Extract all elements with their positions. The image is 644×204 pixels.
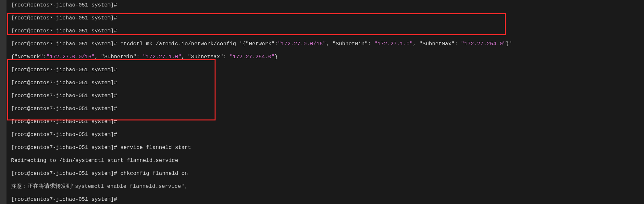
prompt-line: [root@centos7-jichao-051 system]#	[11, 15, 117, 21]
cmd-flanneld-start: service flanneld start	[117, 144, 191, 151]
etcdctl-response-line: {"Network":"172.27.0.0/16", "SubnetMin":…	[11, 54, 639, 60]
editor-gutter	[0, 0, 6, 204]
json-sep: ,	[413, 41, 419, 47]
json-sep: ,	[181, 54, 188, 60]
json-colon: :	[275, 41, 278, 47]
json-key: "SubnetMax"	[419, 41, 455, 47]
json-colon: :	[43, 54, 46, 60]
prompt-line: [root@centos7-jichao-051 system]#	[11, 80, 117, 86]
json-key: "Network"	[246, 41, 275, 47]
prompt-line: [root@centos7-jichao-051 system]#	[11, 119, 117, 125]
prompt-line: [root@centos7-jichao-051 system]#	[11, 93, 117, 99]
json-value: "172.27.0.0/16"	[46, 54, 95, 60]
json-value: "172.27.0.0/16"	[278, 41, 326, 47]
prompt-line: [root@centos7-jichao-051 system]#	[11, 196, 117, 202]
json-open: {	[11, 54, 14, 60]
output-chkconfig-note: 注意：正在将请求转发到"systemctl enable flanneld.se…	[11, 183, 190, 189]
json-key: "SubnetMax"	[188, 54, 223, 60]
prompt-line: [root@centos7-jichao-051 system]#	[11, 2, 117, 8]
output-redirect-start: Redirecting to /bin/systemctl start flan…	[11, 157, 178, 164]
prompt: [root@centos7-jichao-051 system]#	[11, 41, 117, 47]
prompt: [root@centos7-jichao-051 system]#	[11, 144, 117, 151]
prompt-line: [root@centos7-jichao-051 system]#	[11, 131, 117, 138]
json-colon: :	[455, 41, 461, 47]
cmd-text: etcdctl mk /atomic.io/network/config '{	[117, 41, 246, 47]
json-key: "Network"	[14, 54, 43, 60]
json-key: "SubnetMin"	[332, 41, 368, 47]
prompt-line: [root@centos7-jichao-051 system]#	[11, 28, 117, 34]
json-value: "172.27.254.0"	[229, 54, 275, 60]
json-value: "172.27.1.0"	[374, 41, 413, 47]
json-sep: ,	[94, 54, 101, 60]
prompt-line: [root@centos7-jichao-051 system]#	[11, 106, 117, 112]
prompt: [root@centos7-jichao-051 system]#	[11, 170, 117, 176]
etcdctl-command-line: [root@centos7-jichao-051 system]# etcdct…	[11, 41, 639, 47]
json-sep: ,	[326, 41, 332, 47]
json-value: "172.27.254.0"	[461, 41, 506, 47]
json-colon: :	[136, 54, 143, 60]
cmd-chkconfig: chkconfig flanneld on	[117, 170, 188, 176]
prompt-line: [root@centos7-jichao-051 system]#	[11, 67, 117, 73]
json-value: "172.27.1.0"	[143, 54, 181, 60]
json-colon: :	[223, 54, 230, 60]
json-key: "SubnetMin"	[101, 54, 136, 60]
json-end: }'	[506, 41, 513, 47]
terminal-output[interactable]: [root@centos7-jichao-051 system]# [root@…	[6, 0, 644, 204]
json-close: }	[275, 54, 278, 60]
json-colon: :	[368, 41, 374, 47]
